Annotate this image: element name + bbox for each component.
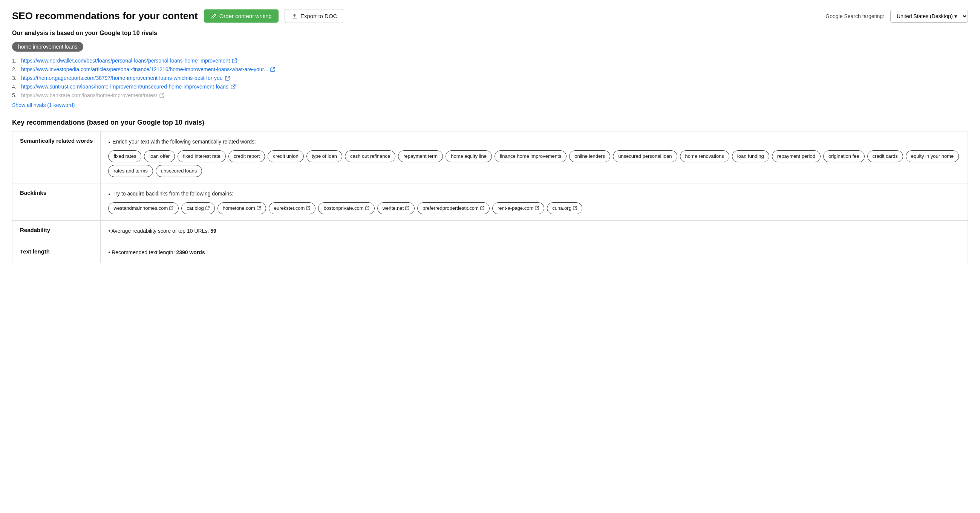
- upload-icon: [292, 13, 298, 19]
- semantic-tag: home equity line: [445, 150, 492, 162]
- order-button-label: Order content writing: [220, 13, 272, 19]
- external-link-icon: [257, 206, 261, 210]
- semantic-tag: online lenders: [569, 150, 610, 162]
- external-link-icon: [270, 67, 275, 72]
- rival-number: 1.: [12, 58, 19, 64]
- external-link-icon: [232, 59, 237, 63]
- rival-number: 2.: [12, 66, 19, 72]
- order-content-button[interactable]: Order content writing: [204, 10, 278, 22]
- header: SEO recommendations for your content Ord…: [12, 9, 968, 23]
- external-link-icon: [405, 206, 409, 210]
- export-button-label: Export to DOC: [301, 13, 337, 19]
- edit-icon: [211, 13, 217, 19]
- external-link-icon: [225, 76, 230, 81]
- keyword-pill: home improvement loans: [12, 42, 83, 52]
- targeting-select[interactable]: United States (Desktop) ▾: [890, 10, 968, 22]
- bullet-dot: •: [108, 190, 110, 199]
- semantic-tag: type of loan: [306, 150, 342, 162]
- semantic-tag: credit union: [267, 150, 304, 162]
- semantic-tag: loan offer: [144, 150, 175, 162]
- export-doc-button[interactable]: Export to DOC: [285, 9, 345, 23]
- bullet-text: Average readability score of top 10 URLs…: [111, 228, 209, 234]
- external-link-icon: [535, 206, 539, 210]
- semantic-tag: unsecured personal loan: [613, 150, 677, 162]
- external-link-icon: [159, 93, 164, 98]
- rival-url[interactable]: https://www.suntrust.com/loans/home-impr…: [21, 84, 228, 90]
- external-link-icon: [205, 206, 210, 210]
- rival-item: 5. https://www.bankrate.com/loans/home-i…: [12, 92, 968, 98]
- domain-tag[interactable]: westandmainhomes.com: [108, 202, 179, 214]
- semantic-tag: repayment term: [398, 150, 443, 162]
- recommendation-row: Text length• Recommended text length: 23…: [13, 242, 968, 263]
- external-link-icon: [306, 206, 310, 210]
- bullet-text: Try to acquire backlinks from the follow…: [112, 189, 233, 199]
- recommendation-row: Backlinks• Try to acquire backlinks from…: [13, 183, 968, 220]
- rec-row-content: • Enrich your text with the following se…: [101, 132, 968, 183]
- rival-number: 4.: [12, 84, 19, 90]
- semantic-tag: unsecured loans: [156, 165, 202, 177]
- bullet-dot: •: [108, 249, 110, 256]
- semantic-tag: repayment period: [772, 150, 821, 162]
- rival-url[interactable]: https://www.investopedia.com/articles/pe…: [21, 66, 268, 72]
- rivals-list: 1. https://www.nerdwallet.com/best/loans…: [12, 58, 968, 98]
- semantic-tag: loan funding: [732, 150, 769, 162]
- rival-number: 3.: [12, 75, 19, 81]
- rival-url[interactable]: https://themortgagereports.com/38797/hom…: [21, 75, 223, 81]
- rival-item: 1. https://www.nerdwallet.com/best/loans…: [12, 58, 968, 64]
- analysis-subtitle: Our analysis is based on your Google top…: [12, 30, 968, 37]
- domain-tag[interactable]: preferredpropertiestx.com: [417, 202, 490, 214]
- external-link-icon: [573, 206, 577, 210]
- external-link-icon: [480, 206, 484, 210]
- bullet-dot: •: [108, 138, 110, 147]
- semantic-tag: rates and terms: [108, 165, 153, 177]
- domain-tag[interactable]: bostonprivate.com: [318, 202, 374, 214]
- domain-tag[interactable]: cuna.org: [547, 202, 582, 214]
- show-all-rivals-link[interactable]: Show all rivals (1 keyword): [12, 102, 75, 108]
- recommendation-row: Semantically related words• Enrich your …: [13, 132, 968, 183]
- rec-row-content: • Average readability score of top 10 UR…: [101, 220, 968, 242]
- external-link-icon: [365, 206, 369, 210]
- rival-number: 5.: [12, 92, 19, 98]
- semantic-tag: credit cards: [867, 150, 903, 162]
- recommendation-row: Readability• Average readability score o…: [13, 220, 968, 242]
- rec-row-content: • Try to acquire backlinks from the foll…: [101, 183, 968, 220]
- domain-tag[interactable]: eurekster.com: [269, 202, 316, 214]
- semantic-tag: credit report: [228, 150, 265, 162]
- semantic-tag: equity in your home: [906, 150, 959, 162]
- semantic-tag: origination fee: [823, 150, 865, 162]
- external-link-icon: [231, 84, 235, 89]
- rival-url[interactable]: https://www.bankrate.com/loans/home-impr…: [21, 92, 157, 98]
- simple-bullet-line: • Recommended text length: 2390 words: [108, 248, 960, 257]
- rival-url[interactable]: https://www.nerdwallet.com/best/loans/pe…: [21, 58, 230, 64]
- semantic-tag: home renovations: [680, 150, 729, 162]
- simple-bullet-line: • Average readability score of top 10 UR…: [108, 227, 960, 236]
- semantic-tag: cash out refinance: [345, 150, 395, 162]
- rival-item: 4. https://www.suntrust.com/loans/home-i…: [12, 84, 968, 90]
- rival-item: 2. https://www.investopedia.com/articles…: [12, 66, 968, 72]
- bullet-text: Recommended text length:: [111, 249, 175, 256]
- bullet-text: Enrich your text with the following sema…: [112, 138, 256, 146]
- recommendations-table: Semantically related words• Enrich your …: [12, 131, 968, 263]
- rec-row-label: Readability: [13, 220, 101, 242]
- recommendations-title: Key recommendations (based on your Googl…: [12, 119, 968, 127]
- rival-item: 3. https://themortgagereports.com/38797/…: [12, 75, 968, 81]
- semantic-tag: finance home improvements: [495, 150, 566, 162]
- rec-row-content: • Recommended text length: 2390 words: [101, 242, 968, 263]
- targeting-label: Google Search targeting:: [826, 13, 884, 19]
- bullet-value: 2390 words: [176, 249, 205, 256]
- rec-row-label: Semantically related words: [13, 132, 101, 183]
- rec-row-label: Text length: [13, 242, 101, 263]
- semantic-tag: fixed rates: [108, 150, 142, 162]
- bullet-dot: •: [108, 228, 110, 234]
- domain-tag[interactable]: hometone.com: [218, 202, 266, 214]
- external-link-icon: [169, 206, 173, 210]
- bullet-value: 59: [210, 228, 216, 234]
- domain-tag[interactable]: rent-a-page.com: [492, 202, 544, 214]
- semantic-tag: fixed interest rate: [178, 150, 226, 162]
- semantic-tags: fixed ratesloan offerfixed interest rate…: [108, 150, 960, 177]
- domain-tags: westandmainhomes.com car.blog hometone.c…: [108, 202, 960, 214]
- page-title: SEO recommendations for your content: [12, 10, 198, 22]
- domain-tag[interactable]: car.blog: [181, 202, 215, 214]
- domain-tag[interactable]: werite.net: [377, 202, 415, 214]
- rec-row-label: Backlinks: [13, 183, 101, 220]
